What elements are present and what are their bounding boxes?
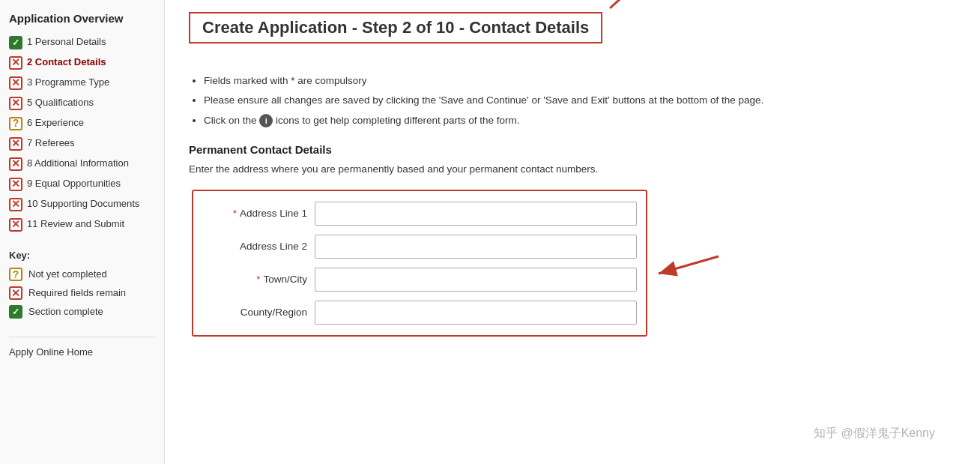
required-star-2: * <box>256 274 260 285</box>
instruction-3: Click on the i icons to get help complet… <box>204 113 956 128</box>
sidebar: Application Overview ✓ 1 Personal Detail… <box>0 0 165 464</box>
key-complete-label: Section complete <box>28 306 103 317</box>
required-icon: ✕ <box>9 157 22 171</box>
key-required-icon: ✕ <box>9 286 22 300</box>
sidebar-item-review-submit[interactable]: ✕ 11 Review and Submit <box>9 214 155 235</box>
county-region-label: County/Region <box>202 296 315 329</box>
nav-label: 7 Referees <box>27 136 75 150</box>
required-icon: ✕ <box>9 97 22 110</box>
county-region-input[interactable] <box>315 301 637 325</box>
nav-label: 9 Equal Opportunities <box>27 177 121 190</box>
key-required-fields: ✕ Required fields remain <box>9 286 155 300</box>
required-icon: ✕ <box>9 218 22 232</box>
instructions-panel: Fields marked with * are compulsory Plea… <box>189 73 956 128</box>
key-required-label: Required fields remain <box>28 287 126 298</box>
nav-label: 1 Personal Details <box>27 35 106 49</box>
key-complete-icon: ✓ <box>9 305 22 319</box>
address-line-1-field-cell <box>315 197 637 230</box>
arrow-right-side <box>651 245 722 283</box>
svg-line-1 <box>610 0 651 8</box>
svg-line-3 <box>659 256 719 274</box>
required-icon: ✕ <box>9 56 22 70</box>
nav-label: 11 Review and Submit <box>27 217 124 231</box>
nav-label: 10 Supporting Documents <box>27 197 139 211</box>
required-icon: ✕ <box>9 137 22 151</box>
info-icon: i <box>259 114 273 127</box>
page-title: Create Application - Step 2 of 10 - Cont… <box>189 12 602 43</box>
title-area: Create Application - Step 2 of 10 - Cont… <box>189 12 602 58</box>
application-nav: ✓ 1 Personal Details ✕ 2 Contact Details… <box>9 32 155 235</box>
key-not-completed: ? Not yet completed <box>9 267 155 281</box>
address-line-2-row: Address Line 2 <box>202 230 637 263</box>
key-pending-label: Not yet completed <box>28 268 107 280</box>
required-icon: ✕ <box>9 198 22 211</box>
address-line-1-row: *Address Line 1 <box>202 197 637 230</box>
required-star: * <box>233 208 237 219</box>
town-city-input[interactable] <box>315 268 637 292</box>
address-line-2-label: Address Line 2 <box>202 230 315 263</box>
sidebar-item-programme-type[interactable]: ✕ 3 Programme Type <box>9 73 155 93</box>
apply-online-home-link[interactable]: Apply Online Home <box>9 346 155 358</box>
nav-label: 5 Qualifications <box>27 96 94 109</box>
required-icon: ✕ <box>9 178 22 191</box>
town-city-field-cell <box>315 263 637 296</box>
complete-icon: ✓ <box>9 36 22 49</box>
sidebar-item-supporting-docs[interactable]: ✕ 10 Supporting Documents <box>9 194 155 214</box>
section-description: Enter the address where you are permanen… <box>189 163 956 175</box>
address-line-1-label: *Address Line 1 <box>202 197 315 230</box>
section-title: Permanent Contact Details <box>189 143 956 156</box>
sidebar-item-equal-opps[interactable]: ✕ 9 Equal Opportunities <box>9 174 155 194</box>
sidebar-item-experience[interactable]: ? 6 Experience <box>9 113 155 133</box>
sidebar-item-qualifications[interactable]: ✕ 5 Qualifications <box>9 93 155 113</box>
key-section: Key: ? Not yet completed ✕ Required fiel… <box>9 250 155 319</box>
key-pending-icon: ? <box>9 268 22 281</box>
nav-label: 6 Experience <box>27 116 84 130</box>
nav-label: 3 Programme Type <box>27 76 109 89</box>
page-wrapper: Application Overview ✓ 1 Personal Detail… <box>0 0 980 464</box>
sidebar-footer: Apply Online Home <box>9 337 155 358</box>
instruction-2: Please ensure all changes are saved by c… <box>204 93 956 108</box>
required-icon: ✕ <box>9 76 22 90</box>
address-group: *Address Line 1 Address Line 2 <box>192 190 647 337</box>
key-title: Key: <box>9 250 155 261</box>
pending-icon: ? <box>9 117 22 130</box>
form-grid: *Address Line 1 Address Line 2 <box>202 197 637 329</box>
key-complete: ✓ Section complete <box>9 304 155 319</box>
sidebar-item-referees[interactable]: ✕ 7 Referees <box>9 133 155 154</box>
address-line-2-input[interactable] <box>315 235 637 259</box>
county-region-row: County/Region <box>202 296 637 329</box>
sidebar-item-contact-details[interactable]: ✕ 2 Contact Details <box>9 52 155 73</box>
sidebar-item-additional-info[interactable]: ✕ 8 Additional Information <box>9 154 155 174</box>
sidebar-title: Application Overview <box>9 12 155 25</box>
nav-label: 2 Contact Details <box>27 55 106 69</box>
address-form-container: *Address Line 1 Address Line 2 <box>189 190 647 339</box>
county-region-field-cell <box>315 296 637 329</box>
town-city-row: *Town/City <box>202 263 637 296</box>
address-line-2-field-cell <box>315 230 637 263</box>
main-content: Create Application - Step 2 of 10 - Cont… <box>165 0 980 464</box>
arrow-top-right <box>602 0 662 12</box>
nav-label: 8 Additional Information <box>27 157 129 170</box>
town-city-label: *Town/City <box>202 263 315 296</box>
instruction-1: Fields marked with * are compulsory <box>204 73 956 88</box>
address-line-1-input[interactable] <box>315 202 637 226</box>
sidebar-item-personal-details[interactable]: ✓ 1 Personal Details <box>9 32 155 52</box>
